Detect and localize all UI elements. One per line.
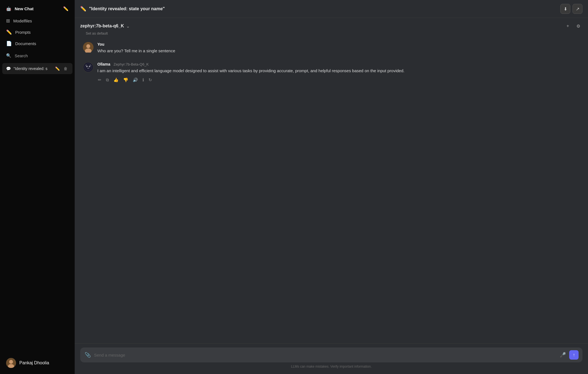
user-message-author: You — [97, 42, 580, 46]
compose-icon: ✏️ — [63, 6, 69, 11]
ollama-avatar — [83, 62, 93, 72]
modelfiles-icon: ⊞ — [6, 18, 10, 24]
model-settings-button[interactable]: ⚙ — [574, 22, 582, 30]
assistant-message-text: I am an intelligent and efficient langua… — [97, 67, 580, 74]
model-selector-row: zephyr:7b-beta-q6_K ⌄ + ⚙ — [80, 22, 582, 30]
user-message-text: Who are you? Tell me in a single sentenc… — [97, 48, 580, 54]
search-button[interactable]: 🔍 Search — [2, 50, 72, 61]
user-message-content: You Who are you? Tell me in a single sen… — [97, 42, 580, 54]
search-label: Search — [15, 53, 28, 58]
info-button[interactable]: ℹ — [142, 77, 145, 83]
chat-edit-icon: ✏️ — [80, 6, 86, 12]
assistant-message-actions: ✏ ⧉ 👍 👎 🔊 ℹ ↻ — [97, 77, 580, 83]
edit-response-button[interactable]: ✏ — [97, 77, 102, 83]
documents-label: Documents — [15, 41, 36, 46]
sidebar-item-prompts[interactable]: ✏️ Prompts — [2, 27, 72, 38]
new-chat-button[interactable]: 🤖 New Chat ✏️ — [2, 3, 72, 14]
sidebar-item-modelfiles[interactable]: ⊞ Modelfiles — [2, 15, 72, 27]
svg-point-10 — [89, 66, 90, 67]
svg-point-1 — [9, 360, 13, 364]
message-input[interactable] — [94, 353, 556, 357]
download-button[interactable]: ⬇ — [560, 4, 570, 14]
search-icon: 🔍 — [6, 53, 11, 58]
model-tag: Zephyr:7b-Beta-Q6_K — [114, 62, 149, 66]
message-assistant: Ollama Zephyr:7b-Beta-Q6_K I am an intel… — [83, 62, 580, 83]
svg-point-6 — [85, 64, 92, 71]
model-selector-area: zephyr:7b-beta-q6_K ⌄ + ⚙ Set as default — [75, 18, 588, 37]
chat-history-actions: ✏️ 🗑 — [54, 66, 69, 71]
chat-header-actions: ⬇ ↗ — [560, 4, 582, 14]
send-button[interactable]: ↑ — [569, 350, 579, 360]
documents-icon: 📄 — [6, 41, 12, 46]
new-chat-icon: 🤖 — [6, 6, 11, 11]
chat-history-item[interactable]: 💬 "Identity revealed: s ✏️ 🗑 — [2, 63, 72, 74]
main-content: ✏️ "Identity revealed: state your name" … — [75, 0, 588, 374]
avatar — [6, 358, 16, 368]
chevron-down-icon[interactable]: ⌄ — [126, 24, 130, 29]
download-icon: ⬇ — [564, 6, 567, 12]
prompts-label: Prompts — [15, 30, 31, 35]
sidebar: 🤖 New Chat ✏️ ⊞ Modelfiles ✏️ Prompts 📄 … — [0, 0, 75, 374]
svg-point-4 — [86, 44, 90, 48]
copy-response-button[interactable]: ⧉ — [105, 77, 110, 83]
user-avatar — [83, 42, 93, 53]
chat-title: "Identity revealed: state your name" — [89, 6, 165, 11]
speak-button[interactable]: 🔊 — [132, 77, 139, 83]
chat-bubble-icon: 💬 — [6, 66, 11, 71]
thumbdown-button[interactable]: 👎 — [123, 77, 129, 83]
modelfiles-label: Modelfiles — [13, 19, 32, 23]
message-user: You Who are you? Tell me in a single sen… — [83, 42, 580, 54]
refresh-button[interactable]: ↻ — [148, 77, 153, 83]
svg-point-9 — [87, 66, 87, 67]
model-add-button[interactable]: + — [564, 22, 572, 30]
chat-header: ✏️ "Identity revealed: state your name" … — [75, 0, 588, 18]
attach-button[interactable]: 📎 — [84, 351, 91, 359]
chat-header-left: ✏️ "Identity revealed: state your name" — [80, 6, 165, 12]
user-name: Pankaj Dhoolia — [19, 360, 49, 365]
voice-button[interactable]: 🎤 — [559, 351, 566, 359]
prompts-icon: ✏️ — [6, 29, 12, 35]
input-area: 📎 🎤 ↑ LLMs can make mistakes. Verify imp… — [75, 343, 588, 374]
set-default-label[interactable]: Set as default — [80, 30, 582, 37]
new-chat-label: New Chat — [15, 6, 33, 11]
chat-delete-button[interactable]: 🗑 — [63, 66, 69, 71]
svg-point-11 — [88, 67, 89, 68]
assistant-message-content: Ollama Zephyr:7b-Beta-Q6_K I am an intel… — [97, 62, 580, 83]
chat-edit-button[interactable]: ✏️ — [54, 66, 61, 71]
user-profile[interactable]: Pankaj Dhoolia — [2, 355, 72, 371]
disclaimer-text: LLMs can make mistakes. Verify important… — [80, 365, 582, 368]
model-name[interactable]: zephyr:7b-beta-q6_K — [80, 24, 124, 28]
thumbup-button[interactable]: 👍 — [113, 77, 119, 83]
sidebar-item-documents[interactable]: 📄 Documents — [2, 38, 72, 49]
assistant-message-author: Ollama Zephyr:7b-Beta-Q6_K — [97, 62, 580, 66]
share-icon: ↗ — [576, 6, 579, 12]
chat-history-label: "Identity revealed: s — [14, 66, 47, 71]
messages-area: You Who are you? Tell me in a single sen… — [75, 37, 588, 343]
input-container: 📎 🎤 ↑ — [80, 347, 582, 362]
share-button[interactable]: ↗ — [573, 4, 582, 14]
